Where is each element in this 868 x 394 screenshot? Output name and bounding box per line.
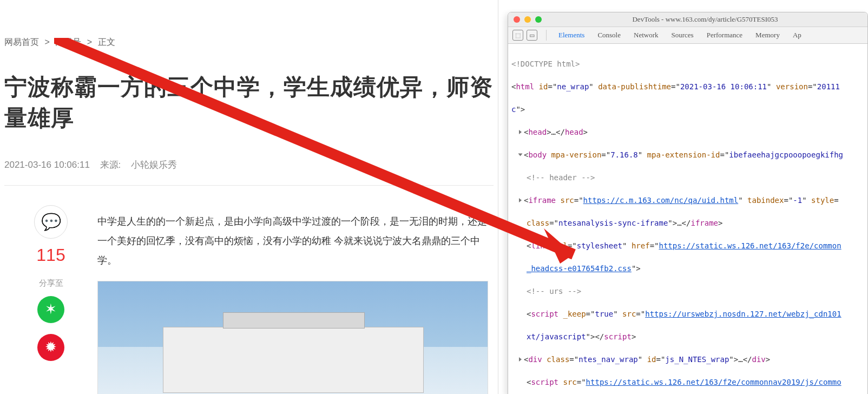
inspect-icon[interactable]: ⬚ <box>512 30 523 41</box>
dom-line[interactable]: <link rel="stylesheet" href="https://sta… <box>511 240 864 252</box>
crumb-home[interactable]: 网易首页 <box>4 37 39 47</box>
tab-performance[interactable]: Performance <box>707 31 742 40</box>
dom-line[interactable]: <html id="ne_wrap" data-publishtime="202… <box>511 81 864 93</box>
comment-icon[interactable]: 💬 <box>34 205 68 239</box>
building-shape <box>163 327 424 393</box>
article-date: 2021-03-16 10:06:11 <box>4 160 90 170</box>
weibo-icon[interactable]: ✹ <box>37 334 64 361</box>
dom-line[interactable]: class="ntesanalysis-sync-iframe">…</ifra… <box>511 218 864 229</box>
dom-line[interactable]: <head>…</head> <box>511 127 864 138</box>
crumb-sep: > <box>44 37 49 47</box>
dom-line[interactable]: <!-- header --> <box>511 172 864 183</box>
tab-console[interactable]: Console <box>597 31 621 40</box>
share-label: 分享至 <box>4 278 97 288</box>
tab-elements[interactable]: Elements <box>558 31 584 40</box>
article-title: 宁波称霸一方的三个中学，学生成绩优异，师资量雄厚 <box>0 72 498 133</box>
tab-network[interactable]: Network <box>634 31 659 40</box>
article-source: 来源: 小轮娱乐秀 <box>100 160 185 170</box>
device-icon[interactable]: ▭ <box>527 30 537 41</box>
window-controls[interactable] <box>514 16 542 23</box>
tab-memory[interactable]: Memory <box>755 31 780 40</box>
devtools-titlebar[interactable]: DevTools - www.163.com/dy/article/G570TE… <box>508 12 867 27</box>
dom-line[interactable]: <body mpa-version="7.16.8" mpa-extension… <box>511 149 864 161</box>
dom-line[interactable]: c"> <box>511 104 864 115</box>
article-meta: 2021-03-16 10:06:11 来源: 小轮娱乐秀 <box>0 149 498 185</box>
dom-line[interactable]: <!-- urs --> <box>511 286 864 297</box>
crumb-sep: > <box>87 37 92 47</box>
screenshot-stage: 网易首页 > 网易号 > 正文 宁波称霸一方的三个中学，学生成绩优异，师资量雄厚… <box>0 0 868 394</box>
article-page: 网易首页 > 网易号 > 正文 宁波称霸一方的三个中学，学生成绩优异，师资量雄厚… <box>0 0 498 394</box>
divider <box>4 185 494 186</box>
dom-line[interactable]: <iframe src="https://c.m.163.com/nc/qa/u… <box>511 195 864 206</box>
breadcrumb: 网易首页 > 网易号 > 正文 <box>0 0 498 57</box>
dom-line[interactable]: <script _keep="true" src="https://ursweb… <box>511 308 864 320</box>
devtools-window: DevTools - www.163.com/dy/article/G570TE… <box>508 12 868 394</box>
minimize-icon[interactable] <box>524 16 531 23</box>
devtools-title: DevTools - www.163.com/dy/article/G570TE… <box>548 15 862 24</box>
article-hero-image <box>97 281 488 394</box>
crumb-channel[interactable]: 网易号 <box>55 37 81 47</box>
dom-line[interactable]: xt/javascript"></script> <box>511 331 864 343</box>
divider <box>546 30 547 41</box>
dom-line[interactable]: <!DOCTYPE html> <box>511 58 864 70</box>
article-paragraph: 中学是人生的的一个新起点，是由小学向高级中学过渡的一个阶段，是一无泪的时期，还是… <box>97 212 494 270</box>
tab-application[interactable]: Ap <box>793 31 801 40</box>
share-sidebar: 💬 115 分享至 ✶ ✹ <box>4 200 97 394</box>
dom-line[interactable]: _headcss-e017654fb2.css"> <box>511 263 864 274</box>
crumb-current: 正文 <box>98 37 115 47</box>
dom-line[interactable]: <div class="ntes_nav_wrap" id="js_N_NTES… <box>511 354 864 365</box>
close-icon[interactable] <box>514 16 520 23</box>
article-body: 中学是人生的的一个新起点，是由小学向高级中学过渡的一个阶段，是一无泪的时期，还是… <box>97 200 494 394</box>
devtools-dom-tree[interactable]: <!DOCTYPE html> <html id="ne_wrap" data-… <box>508 44 867 394</box>
maximize-icon[interactable] <box>535 16 542 23</box>
comment-count[interactable]: 115 <box>4 245 97 265</box>
wechat-icon[interactable]: ✶ <box>37 296 64 323</box>
tab-sources[interactable]: Sources <box>672 31 694 40</box>
devtools-toolbar: ⬚ ▭ Elements Console Network Sources Per… <box>508 27 867 44</box>
dom-line[interactable]: <script src="https://static.ws.126.net/1… <box>511 377 864 388</box>
